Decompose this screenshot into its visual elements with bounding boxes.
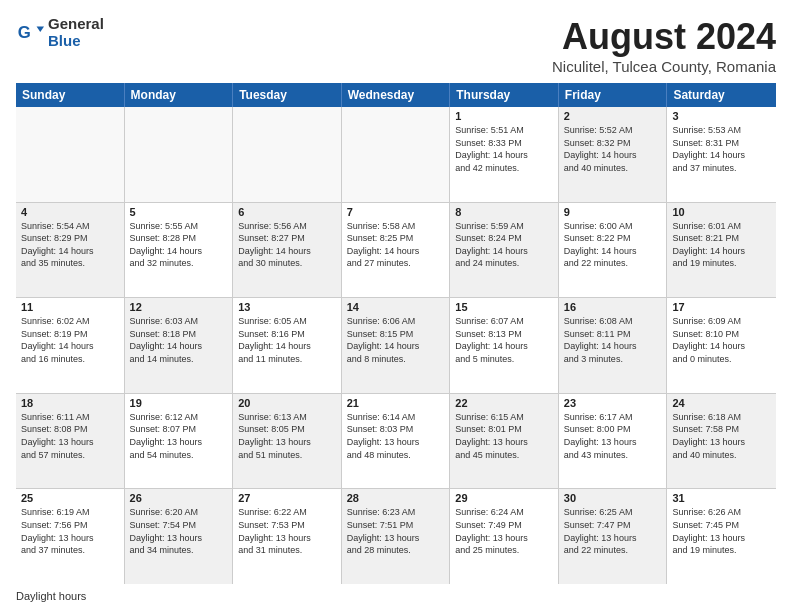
day-number: 26 bbox=[130, 492, 228, 504]
day-header-tuesday: Tuesday bbox=[233, 83, 342, 107]
calendar-cell: 9Sunrise: 6:00 AM Sunset: 8:22 PM Daylig… bbox=[559, 203, 668, 298]
day-number: 15 bbox=[455, 301, 553, 313]
day-info: Sunrise: 5:51 AM Sunset: 8:33 PM Dayligh… bbox=[455, 124, 553, 174]
day-info: Sunrise: 6:23 AM Sunset: 7:51 PM Dayligh… bbox=[347, 506, 445, 556]
day-info: Sunrise: 6:01 AM Sunset: 8:21 PM Dayligh… bbox=[672, 220, 771, 270]
calendar-cell: 4Sunrise: 5:54 AM Sunset: 8:29 PM Daylig… bbox=[16, 203, 125, 298]
logo-blue: Blue bbox=[48, 33, 104, 50]
title-block: August 2024 Niculitel, Tulcea County, Ro… bbox=[552, 16, 776, 75]
day-info: Sunrise: 5:52 AM Sunset: 8:32 PM Dayligh… bbox=[564, 124, 662, 174]
day-info: Sunrise: 6:18 AM Sunset: 7:58 PM Dayligh… bbox=[672, 411, 771, 461]
day-info: Sunrise: 6:20 AM Sunset: 7:54 PM Dayligh… bbox=[130, 506, 228, 556]
day-info: Sunrise: 6:09 AM Sunset: 8:10 PM Dayligh… bbox=[672, 315, 771, 365]
calendar-cell: 22Sunrise: 6:15 AM Sunset: 8:01 PM Dayli… bbox=[450, 394, 559, 489]
day-number: 16 bbox=[564, 301, 662, 313]
day-number: 14 bbox=[347, 301, 445, 313]
day-header-thursday: Thursday bbox=[450, 83, 559, 107]
day-number: 13 bbox=[238, 301, 336, 313]
calendar-cell: 10Sunrise: 6:01 AM Sunset: 8:21 PM Dayli… bbox=[667, 203, 776, 298]
calendar-cell: 15Sunrise: 6:07 AM Sunset: 8:13 PM Dayli… bbox=[450, 298, 559, 393]
day-number: 22 bbox=[455, 397, 553, 409]
calendar-cell: 13Sunrise: 6:05 AM Sunset: 8:16 PM Dayli… bbox=[233, 298, 342, 393]
day-info: Sunrise: 6:25 AM Sunset: 7:47 PM Dayligh… bbox=[564, 506, 662, 556]
calendar-header: SundayMondayTuesdayWednesdayThursdayFrid… bbox=[16, 83, 776, 107]
day-number: 27 bbox=[238, 492, 336, 504]
calendar-cell bbox=[342, 107, 451, 202]
day-info: Sunrise: 6:11 AM Sunset: 8:08 PM Dayligh… bbox=[21, 411, 119, 461]
day-info: Sunrise: 5:56 AM Sunset: 8:27 PM Dayligh… bbox=[238, 220, 336, 270]
day-info: Sunrise: 6:15 AM Sunset: 8:01 PM Dayligh… bbox=[455, 411, 553, 461]
calendar-cell: 5Sunrise: 5:55 AM Sunset: 8:28 PM Daylig… bbox=[125, 203, 234, 298]
day-info: Sunrise: 6:03 AM Sunset: 8:18 PM Dayligh… bbox=[130, 315, 228, 365]
day-number: 18 bbox=[21, 397, 119, 409]
day-number: 25 bbox=[21, 492, 119, 504]
calendar-cell: 11Sunrise: 6:02 AM Sunset: 8:19 PM Dayli… bbox=[16, 298, 125, 393]
day-number: 20 bbox=[238, 397, 336, 409]
page: G General Blue August 2024 Niculitel, Tu… bbox=[0, 0, 792, 612]
day-number: 11 bbox=[21, 301, 119, 313]
day-number: 21 bbox=[347, 397, 445, 409]
day-info: Sunrise: 6:26 AM Sunset: 7:45 PM Dayligh… bbox=[672, 506, 771, 556]
day-number: 17 bbox=[672, 301, 771, 313]
calendar-cell bbox=[125, 107, 234, 202]
calendar-cell: 26Sunrise: 6:20 AM Sunset: 7:54 PM Dayli… bbox=[125, 489, 234, 584]
day-number: 28 bbox=[347, 492, 445, 504]
day-info: Sunrise: 6:22 AM Sunset: 7:53 PM Dayligh… bbox=[238, 506, 336, 556]
day-info: Sunrise: 6:08 AM Sunset: 8:11 PM Dayligh… bbox=[564, 315, 662, 365]
calendar-cell: 27Sunrise: 6:22 AM Sunset: 7:53 PM Dayli… bbox=[233, 489, 342, 584]
day-info: Sunrise: 6:13 AM Sunset: 8:05 PM Dayligh… bbox=[238, 411, 336, 461]
calendar-cell: 14Sunrise: 6:06 AM Sunset: 8:15 PM Dayli… bbox=[342, 298, 451, 393]
day-info: Sunrise: 5:53 AM Sunset: 8:31 PM Dayligh… bbox=[672, 124, 771, 174]
logo-icon: G bbox=[16, 19, 44, 47]
calendar-cell: 6Sunrise: 5:56 AM Sunset: 8:27 PM Daylig… bbox=[233, 203, 342, 298]
calendar-cell: 16Sunrise: 6:08 AM Sunset: 8:11 PM Dayli… bbox=[559, 298, 668, 393]
calendar-cell: 25Sunrise: 6:19 AM Sunset: 7:56 PM Dayli… bbox=[16, 489, 125, 584]
day-info: Sunrise: 5:55 AM Sunset: 8:28 PM Dayligh… bbox=[130, 220, 228, 270]
calendar-week-3: 11Sunrise: 6:02 AM Sunset: 8:19 PM Dayli… bbox=[16, 298, 776, 394]
day-number: 7 bbox=[347, 206, 445, 218]
main-title: August 2024 bbox=[552, 16, 776, 58]
day-info: Sunrise: 6:17 AM Sunset: 8:00 PM Dayligh… bbox=[564, 411, 662, 461]
day-header-monday: Monday bbox=[125, 83, 234, 107]
calendar-cell: 24Sunrise: 6:18 AM Sunset: 7:58 PM Dayli… bbox=[667, 394, 776, 489]
day-number: 29 bbox=[455, 492, 553, 504]
calendar-week-1: 1Sunrise: 5:51 AM Sunset: 8:33 PM Daylig… bbox=[16, 107, 776, 203]
subtitle: Niculitel, Tulcea County, Romania bbox=[552, 58, 776, 75]
day-header-sunday: Sunday bbox=[16, 83, 125, 107]
day-info: Sunrise: 6:14 AM Sunset: 8:03 PM Dayligh… bbox=[347, 411, 445, 461]
calendar-week-4: 18Sunrise: 6:11 AM Sunset: 8:08 PM Dayli… bbox=[16, 394, 776, 490]
calendar-cell: 17Sunrise: 6:09 AM Sunset: 8:10 PM Dayli… bbox=[667, 298, 776, 393]
day-number: 6 bbox=[238, 206, 336, 218]
calendar-cell: 29Sunrise: 6:24 AM Sunset: 7:49 PM Dayli… bbox=[450, 489, 559, 584]
day-number: 24 bbox=[672, 397, 771, 409]
day-info: Sunrise: 6:02 AM Sunset: 8:19 PM Dayligh… bbox=[21, 315, 119, 365]
calendar-cell: 1Sunrise: 5:51 AM Sunset: 8:33 PM Daylig… bbox=[450, 107, 559, 202]
calendar-cell: 2Sunrise: 5:52 AM Sunset: 8:32 PM Daylig… bbox=[559, 107, 668, 202]
day-info: Sunrise: 6:12 AM Sunset: 8:07 PM Dayligh… bbox=[130, 411, 228, 461]
day-number: 5 bbox=[130, 206, 228, 218]
day-number: 4 bbox=[21, 206, 119, 218]
day-info: Sunrise: 6:24 AM Sunset: 7:49 PM Dayligh… bbox=[455, 506, 553, 556]
day-header-wednesday: Wednesday bbox=[342, 83, 451, 107]
day-info: Sunrise: 6:19 AM Sunset: 7:56 PM Dayligh… bbox=[21, 506, 119, 556]
calendar-cell bbox=[233, 107, 342, 202]
calendar-cell: 12Sunrise: 6:03 AM Sunset: 8:18 PM Dayli… bbox=[125, 298, 234, 393]
calendar-cell: 19Sunrise: 6:12 AM Sunset: 8:07 PM Dayli… bbox=[125, 394, 234, 489]
calendar-cell: 18Sunrise: 6:11 AM Sunset: 8:08 PM Dayli… bbox=[16, 394, 125, 489]
day-info: Sunrise: 6:05 AM Sunset: 8:16 PM Dayligh… bbox=[238, 315, 336, 365]
logo-general: General bbox=[48, 16, 104, 33]
day-info: Sunrise: 6:07 AM Sunset: 8:13 PM Dayligh… bbox=[455, 315, 553, 365]
calendar-week-2: 4Sunrise: 5:54 AM Sunset: 8:29 PM Daylig… bbox=[16, 203, 776, 299]
day-info: Sunrise: 5:54 AM Sunset: 8:29 PM Dayligh… bbox=[21, 220, 119, 270]
calendar-cell: 23Sunrise: 6:17 AM Sunset: 8:00 PM Dayli… bbox=[559, 394, 668, 489]
day-number: 12 bbox=[130, 301, 228, 313]
svg-text:G: G bbox=[18, 22, 31, 41]
calendar-cell: 21Sunrise: 6:14 AM Sunset: 8:03 PM Dayli… bbox=[342, 394, 451, 489]
calendar-cell: 30Sunrise: 6:25 AM Sunset: 7:47 PM Dayli… bbox=[559, 489, 668, 584]
calendar-cell bbox=[16, 107, 125, 202]
calendar: SundayMondayTuesdayWednesdayThursdayFrid… bbox=[16, 83, 776, 584]
day-info: Sunrise: 5:58 AM Sunset: 8:25 PM Dayligh… bbox=[347, 220, 445, 270]
day-number: 23 bbox=[564, 397, 662, 409]
calendar-cell: 7Sunrise: 5:58 AM Sunset: 8:25 PM Daylig… bbox=[342, 203, 451, 298]
day-number: 8 bbox=[455, 206, 553, 218]
